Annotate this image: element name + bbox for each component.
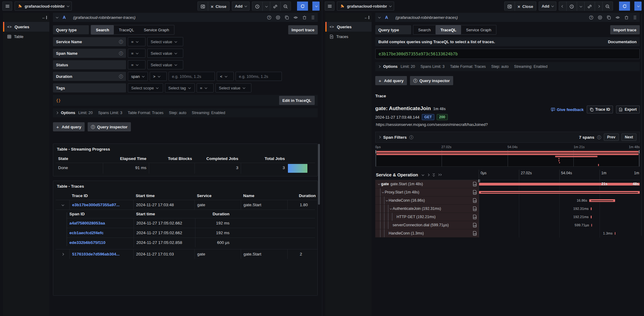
span-row-serverconnection-dial[interactable]: serverConnection.dial (599.71µs) LOG 599… <box>375 221 640 229</box>
tab-service-graph[interactable]: Service Graph <box>139 25 174 34</box>
span-duration-bar[interactable] <box>589 199 615 202</box>
zoom-out-button[interactable] <box>602 2 613 11</box>
span-name-cell[interactable]: Proxy.Start (1m 48s) LOG <box>375 188 479 196</box>
hide-response-eye-icon[interactable] <box>615 15 620 20</box>
span-track[interactable]: 21s 48s <box>479 180 640 188</box>
help-icon[interactable]: ? <box>589 15 593 20</box>
collapse-query-icon[interactable] <box>378 16 380 18</box>
span-row-gate-start[interactable]: gate gate.Start (1m 48s) LOG 21s 48s <box>375 180 640 188</box>
value-select[interactable]: Select value <box>147 37 183 46</box>
span-filters-label[interactable]: Span Filters <box>383 135 407 140</box>
time-picker-dropdown[interactable] <box>577 2 584 11</box>
tag-value-select[interactable]: Select value <box>215 83 251 92</box>
viewport-handle-right[interactable] <box>639 150 639 167</box>
sidebar-item-traces[interactable]: Traces <box>325 32 372 41</box>
run-query-interval-dropdown[interactable] <box>312 2 320 11</box>
column-header[interactable]: Completed Jobs <box>194 155 241 163</box>
tag-select[interactable]: Select tag <box>165 83 195 92</box>
collapse-row-icon[interactable] <box>56 200 69 210</box>
column-header[interactable]: Duration <box>195 210 232 218</box>
lt-operator-select[interactable]: < <box>217 72 234 81</box>
documentation-link[interactable]: Documentation <box>608 40 637 44</box>
sidebar-item-table[interactable]: Table <box>3 32 49 41</box>
span-track[interactable]: 192.31ms <box>479 205 640 213</box>
menu-toggle-button[interactable] <box>325 2 334 11</box>
chevron-right-icon[interactable] <box>378 136 381 138</box>
open-in-split-button[interactable] <box>198 2 208 11</box>
time-shift-forward-button[interactable] <box>595 2 602 11</box>
trace-row[interactable]: 5176103de7d596ab304... 2024-11-27 17:01:… <box>56 249 318 259</box>
options-row[interactable]: Options Limit: 20 Spans Limit: 3 Table F… <box>375 62 640 71</box>
trace-id-button[interactable]: Trace ID <box>587 106 613 113</box>
hide-response-eye-icon[interactable] <box>293 15 298 20</box>
copy-query-icon[interactable] <box>607 15 611 20</box>
trace-id-link[interactable]: e3b17be300d57355a97... <box>69 200 133 210</box>
operator-select[interactable]: = <box>128 37 145 46</box>
column-header[interactable]: State <box>56 155 103 163</box>
info-icon[interactable]: i <box>119 51 123 55</box>
query-editor-header[interactable]: A (grafanacloud-robinbraemer-traces) ? <box>375 13 640 22</box>
span-track[interactable]: 16.86s <box>479 196 640 205</box>
sidebar-item-queries[interactable]: <> Queries <box>3 22 49 32</box>
duration-max-input[interactable] <box>236 72 282 81</box>
logs-icon[interactable]: LOG <box>473 231 477 236</box>
viewport-handle-left[interactable] <box>376 150 376 167</box>
help-icon[interactable]: ? <box>267 15 271 20</box>
time-shift-back-button[interactable] <box>559 2 566 11</box>
column-header[interactable]: Duration <box>287 192 318 200</box>
datasource-picker[interactable]: grafanacloud-robinbraemer <box>337 2 394 11</box>
info-icon[interactable]: i <box>119 40 123 44</box>
share-link-button[interactable] <box>270 2 280 11</box>
expand-row-icon[interactable] <box>56 249 69 259</box>
logs-icon[interactable]: LOG <box>473 214 477 219</box>
prev-span-button[interactable]: Prev <box>604 134 619 141</box>
collapse-span-icon[interactable] <box>380 192 385 193</box>
span-duration-bar[interactable] <box>479 191 640 194</box>
add-button[interactable]: Add <box>232 2 250 11</box>
column-header[interactable]: Service <box>194 192 241 200</box>
span-id-link[interactable]: ecb1aecfcd2f4efc <box>67 228 134 238</box>
column-header[interactable]: Name <box>241 192 287 200</box>
share-link-button[interactable] <box>584 2 595 11</box>
tab-service-graph[interactable]: Service Graph <box>461 25 496 34</box>
column-header[interactable]: Start time <box>133 192 194 200</box>
span-name-cell[interactable]: gate gate.Start (1m 48s) LOG <box>375 180 479 188</box>
info-icon[interactable]: i <box>597 135 601 139</box>
chevron-right-icon[interactable] <box>427 173 429 176</box>
value-select[interactable]: Select value <box>147 49 183 58</box>
next-span-button[interactable]: Next <box>621 134 636 141</box>
span-duration-bar[interactable] <box>591 224 592 227</box>
time-picker-button[interactable] <box>252 2 262 11</box>
column-header[interactable]: Total Blocks <box>149 155 194 163</box>
close-pane-button[interactable]: × Close <box>208 2 229 11</box>
logs-icon[interactable]: LOG <box>473 182 477 186</box>
query-inspector-button[interactable]: iQuery inspector <box>410 76 453 85</box>
column-header[interactable]: Elapsed Time <box>103 155 149 163</box>
sidebar-item-queries[interactable]: <> Queries <box>325 22 372 32</box>
give-feedback-link[interactable]: Give feedback <box>551 107 584 112</box>
tab-search[interactable]: Search <box>91 25 114 34</box>
collapse-span-icon[interactable] <box>384 200 389 201</box>
logs-icon[interactable]: LOG <box>473 198 477 203</box>
time-picker-button[interactable] <box>566 2 577 11</box>
run-query-button[interactable] <box>297 2 308 11</box>
zoom-out-button[interactable] <box>280 2 291 11</box>
record-icon[interactable] <box>598 15 602 20</box>
span-duration-bar[interactable] <box>591 207 592 210</box>
info-icon[interactable]: i <box>119 75 123 78</box>
trace-id-link[interactable]: 5176103de7d596ab304... <box>69 249 133 259</box>
add-button[interactable]: Add <box>539 2 556 11</box>
options-row[interactable]: Options Limit: 20 Spans Limit: 3 Table F… <box>53 108 318 117</box>
run-query-interval-dropdown[interactable] <box>634 2 642 11</box>
span-duration-bar[interactable] <box>479 183 640 186</box>
import-trace-button[interactable]: Import trace <box>610 25 640 34</box>
operator-select[interactable]: = <box>128 49 145 58</box>
span-id-link[interactable]: a4af7580028053aa <box>67 218 134 228</box>
add-query-button[interactable]: +Add query <box>375 76 407 85</box>
span-name-cell[interactable]: HTTP GET (192.21ms) LOG <box>375 213 479 221</box>
span-id-link[interactable]: ede332b6b575f110 <box>67 238 134 247</box>
span-name-cell[interactable]: AuthenticateJoin (192.31ms) LOG <box>375 205 479 213</box>
time-picker-dropdown[interactable] <box>262 2 270 11</box>
column-header[interactable]: Span ID <box>67 210 134 218</box>
tab-traceql[interactable]: TraceQL <box>114 25 139 34</box>
